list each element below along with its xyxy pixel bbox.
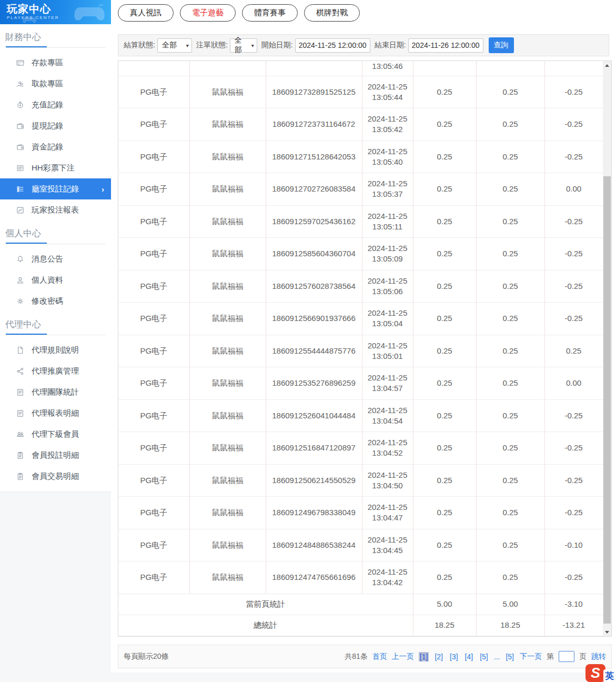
platform-cell: PG电子 <box>118 76 189 108</box>
bet-amount-cell: 0.25 <box>413 497 476 529</box>
game-name-cell: 鼠鼠福福 <box>189 464 266 497</box>
sidebar-item[interactable]: 廳室投註記錄› <box>0 178 111 199</box>
order-id-cell: 1860912496798338049 <box>266 497 362 529</box>
sidebar-item[interactable]: HH彩票下注 <box>0 157 111 178</box>
table-cell <box>189 61 266 76</box>
platform-cell: PG电子 <box>118 173 189 206</box>
sidebar-item[interactable]: 充值記錄 <box>0 94 111 115</box>
translate-language-label[interactable]: 英 <box>603 669 616 682</box>
table-cell <box>544 61 603 76</box>
sidebar-item[interactable]: 會員投註明細 <box>0 445 111 466</box>
table-row: PG电子鼠鼠福福18609125669019376662024-11-2513:… <box>118 303 603 335</box>
page-number-list: [1][2][3][4][5]...[5] <box>419 652 515 661</box>
page-number-link[interactable]: [5] <box>504 652 515 661</box>
page-number-link[interactable]: [2] <box>433 652 444 661</box>
sidebar-item[interactable]: 代理下級會員 <box>0 424 111 445</box>
sidebar-item[interactable]: 代理規則說明 <box>0 339 111 360</box>
sidebar-item[interactable]: 提現記錄 <box>0 115 111 136</box>
category-tab[interactable]: 棋牌對戰 <box>304 4 360 22</box>
end-date-input[interactable] <box>408 38 483 53</box>
win-loss-cell: -0.25 <box>544 108 603 141</box>
section-underline <box>6 46 105 48</box>
first-page-link[interactable]: 首页 <box>372 652 387 661</box>
prev-page-link[interactable]: 上一页 <box>392 652 414 661</box>
recharge-record-icon <box>16 101 25 109</box>
category-tab[interactable]: 電子遊藝 <box>180 4 236 22</box>
bet-time-cell: 2024-11-2513:05:44 <box>362 76 413 108</box>
scroll-up-arrow-icon[interactable] <box>603 61 611 69</box>
category-tab[interactable]: 真人視訊 <box>118 4 174 22</box>
bet-amount-cell: 0.25 <box>413 205 476 238</box>
order-id-cell: 1860912484886538244 <box>266 529 362 561</box>
bet-amount-cell: 0.25 <box>413 399 476 432</box>
sidebar-item[interactable]: 玩家投注報表 <box>0 199 111 220</box>
scroll-down-arrow-icon[interactable] <box>603 628 611 636</box>
end-date-label: 結束日期: <box>375 41 406 50</box>
agent-rules-icon <box>16 346 25 355</box>
agent-sub-members-icon <box>16 430 25 439</box>
announcement-icon <box>16 255 25 264</box>
sidebar-sections: 財務中心存款專區取款專區充值記錄提現記錄資金記錄HH彩票下注廳室投註記錄›玩家投… <box>0 24 111 487</box>
sidebar-item-label: HH彩票下注 <box>32 163 75 173</box>
settle-status-select[interactable]: 全部▾ <box>157 38 192 53</box>
sidebar-item[interactable]: 資金記錄 <box>0 136 111 157</box>
scrollbar-thumb[interactable] <box>603 176 611 624</box>
win-loss-cell: -0.25 <box>544 497 603 529</box>
win-loss-cell: -0.25 <box>544 399 603 432</box>
platform-cell: PG电子 <box>118 399 189 432</box>
goto-button[interactable]: 跳转 <box>591 652 606 661</box>
sidebar: 玩家中心 PLAYERS CENTER 財務中心存款專區取款專區充值記錄提現記錄… <box>0 0 111 492</box>
table-row: PG电子鼠鼠福福18609125062145505292024-11-2513:… <box>118 464 603 497</box>
query-button[interactable]: 查詢 <box>489 37 514 53</box>
bet-time-cell: 13:05:46 <box>362 61 413 76</box>
sidebar-item-label: 個人資料 <box>32 275 63 285</box>
goto-suffix: 页 <box>579 652 587 661</box>
table-row: PG电子鼠鼠福福18609125260410444842024-11-2513:… <box>118 399 603 432</box>
sidebar-item[interactable]: 代理團隊統計 <box>0 382 111 403</box>
sidebar-item[interactable]: 個人資料 <box>0 269 111 290</box>
gamepad-icon <box>72 2 107 23</box>
page-number-link[interactable]: [4] <box>464 652 474 661</box>
sidebar-item[interactable]: 修改密碼 <box>0 290 111 312</box>
table-row: PG电子鼠鼠福福18609124848865382442024-11-2513:… <box>118 529 603 561</box>
bet-amount-cell: 0.25 <box>413 238 476 270</box>
order-id-cell: 1860912597025436162 <box>266 205 362 238</box>
sidebar-item[interactable]: 存款專區 <box>0 52 111 73</box>
order-status-select[interactable]: 全部▾ <box>230 38 257 53</box>
game-name-cell: 鼠鼠福福 <box>189 367 266 400</box>
start-date-input[interactable] <box>295 38 370 53</box>
platform-cell: PG电子 <box>118 141 189 173</box>
table-row: PG电子鼠鼠福福18609125856043607042024-11-2513:… <box>118 238 603 270</box>
order-id-cell: 1860912554444875776 <box>266 335 362 367</box>
bet-time-cell: 2024-11-2513:05:42 <box>362 108 413 141</box>
next-page-link[interactable]: 下一页 <box>520 652 542 661</box>
order-id-cell: 1860912474765661696 <box>266 561 362 594</box>
sidebar-item[interactable]: 代理推廣管理 <box>0 360 111 382</box>
sidebar-item[interactable]: 代理報表明細 <box>0 403 111 424</box>
translator-logo-icon[interactable]: S <box>585 664 605 682</box>
bet-amount-cell: 0.25 <box>413 270 476 303</box>
page-number-link[interactable]: [3] <box>449 652 459 661</box>
win-loss-cell: -0.25 <box>544 205 603 238</box>
valid-bet-cell: 0.25 <box>476 270 544 303</box>
summary-bet-cell: 18.25 <box>413 615 476 636</box>
table-cell <box>266 61 362 76</box>
withdraw-icon <box>16 79 25 88</box>
order-id-cell: 1860912516847120897 <box>266 432 362 465</box>
page-number-link[interactable]: [1] <box>419 652 429 661</box>
platform-cell: PG电子 <box>118 529 189 561</box>
sidebar-item[interactable]: 取款專區 <box>0 73 111 94</box>
category-tab[interactable]: 體育賽事 <box>242 4 298 22</box>
bet-time-cell: 2024-11-2513:05:01 <box>362 335 413 367</box>
table-scrollbar[interactable] <box>603 61 611 636</box>
translate-badge[interactable]: S 英 <box>585 664 616 682</box>
platform-cell: PG电子 <box>118 464 189 497</box>
sidebar-item[interactable]: 會員交易明細 <box>0 466 111 487</box>
goto-page-input[interactable] <box>559 651 574 662</box>
sidebar-item[interactable]: 消息公告 <box>0 248 111 269</box>
bet-amount-cell: 0.25 <box>413 529 476 561</box>
page-ellipsis: ... <box>494 653 500 661</box>
page-number-link[interactable]: [5] <box>479 652 489 661</box>
platform-cell: PG电子 <box>118 108 189 141</box>
bet-time-cell: 2024-11-2513:04:50 <box>362 464 413 497</box>
